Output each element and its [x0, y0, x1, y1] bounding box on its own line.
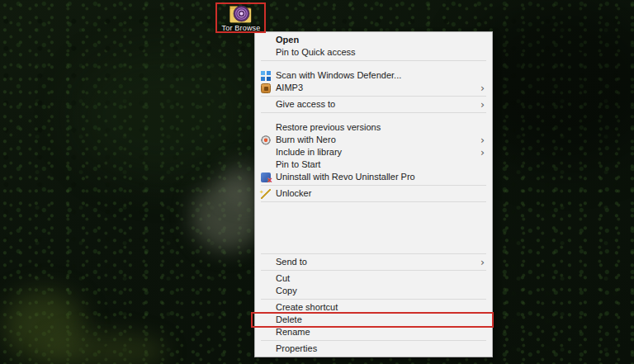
menu-item-label: Uninstall with Revo Uninstaller Pro — [276, 171, 415, 183]
menu-item-pin-to-quick-access[interactable]: Pin to Quick access — [255, 46, 492, 59]
menu-separator — [261, 299, 486, 300]
menu-separator — [261, 340, 486, 341]
menu-item-label: Unlocker — [276, 187, 311, 200]
submenu-arrow-icon: › — [480, 255, 485, 267]
menu-item-send-to[interactable]: Send to› — [255, 256, 492, 268]
menu-item-restore-previous-versions[interactable]: Restore previous versions — [255, 121, 492, 134]
menu-separator — [261, 270, 486, 271]
menu-item-pin-to-start[interactable]: Pin to Start — [255, 158, 492, 171]
menu-item-label: Burn with Nero — [276, 134, 336, 146]
aimp3-icon — [261, 83, 271, 93]
menu-item-label: AIMP3 — [276, 82, 303, 94]
menu-item-label: Properties — [276, 343, 317, 355]
menu-item-label: Pin to Start — [276, 158, 320, 171]
wallpaper-grass-patch — [3, 291, 84, 362]
context-menu: OpenPin to Quick accessScan with Windows… — [254, 31, 493, 357]
revo-icon — [261, 173, 271, 182]
windows-defender-icon — [261, 71, 271, 81]
menu-item-properties[interactable]: Properties — [255, 343, 492, 355]
menu-item-burn-with-nero[interactable]: Burn with Nero› — [255, 134, 492, 146]
menu-gap — [255, 115, 492, 121]
menu-separator — [261, 253, 486, 254]
submenu-arrow-icon: › — [480, 145, 485, 158]
menu-item-give-access-to[interactable]: Give access to› — [255, 98, 492, 111]
desktop-icon-tor-browser[interactable]: Tor Browse — [216, 2, 266, 33]
menu-item-rename[interactable]: Rename — [255, 326, 492, 338]
menu-item-label: Restore previous versions — [276, 121, 381, 134]
menu-item-unlocker[interactable]: Unlocker — [255, 187, 492, 200]
menu-item-label: Cut — [276, 272, 290, 285]
menu-separator — [261, 185, 486, 186]
submenu-arrow-icon: › — [480, 81, 485, 93]
menu-item-create-shortcut[interactable]: Create shortcut — [255, 301, 492, 314]
submenu-arrow-icon: › — [480, 133, 485, 145]
menu-item-label: Send to — [276, 256, 307, 268]
wallpaper-foliage-patch — [74, 50, 256, 182]
tor-browser-icon — [229, 3, 253, 24]
menu-item-scan-with-windows-defender[interactable]: Scan with Windows Defender... — [255, 69, 492, 82]
menu-item-cut[interactable]: Cut — [255, 272, 492, 285]
menu-item-include-in-library[interactable]: Include in library› — [255, 146, 492, 158]
menu-item-label: Delete — [276, 314, 302, 326]
menu-item-label: Create shortcut — [276, 301, 338, 314]
menu-gap — [255, 63, 492, 69]
menu-item-delete[interactable]: Delete — [255, 314, 492, 326]
menu-item-open[interactable]: Open — [255, 34, 492, 46]
menu-item-label: Open — [276, 34, 299, 46]
menu-item-label: Rename — [276, 326, 310, 338]
unlocker-icon — [261, 189, 271, 199]
menu-item-uninstall-with-revo-uninstaller-pro[interactable]: Uninstall with Revo Uninstaller Pro — [255, 171, 492, 183]
menu-separator — [261, 96, 486, 97]
menu-item-aimp3[interactable]: AIMP3› — [255, 82, 492, 94]
menu-item-label: Copy — [276, 285, 297, 297]
menu-item-label: Include in library — [276, 146, 342, 158]
menu-item-label: Scan with Windows Defender... — [276, 69, 401, 82]
submenu-arrow-icon: › — [480, 97, 485, 110]
menu-item-label: Pin to Quick access — [276, 46, 356, 59]
menu-separator — [261, 201, 486, 202]
menu-item-copy[interactable]: Copy — [255, 285, 492, 297]
menu-separator — [261, 112, 486, 113]
wallpaper-rock-patch — [192, 182, 263, 251]
menu-gap — [255, 204, 492, 252]
nero-icon — [261, 135, 271, 145]
wallpaper-grass-patch — [43, 332, 167, 364]
menu-separator — [261, 60, 486, 61]
menu-item-label: Give access to — [276, 98, 335, 111]
